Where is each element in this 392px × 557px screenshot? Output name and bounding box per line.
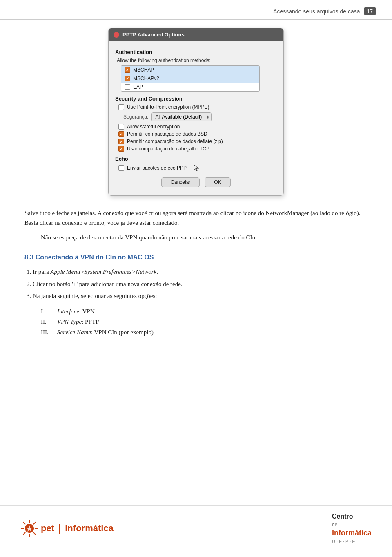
stateful-label: Allow stateful encryption — [127, 124, 180, 130]
paragraph-2-text: Não se esqueça de desconectar da VPN qua… — [41, 233, 257, 242]
main-content: Salve tudo e feche as janelas. A conexão… — [0, 208, 392, 338]
seguranca-label: Segurança: — [123, 114, 148, 120]
centro-emblem-icon — [307, 517, 329, 539]
dialog-titlebar: PPTP Advanced Options — [109, 28, 283, 41]
mschap-checkbox[interactable] — [125, 67, 130, 73]
mschapv2-checkbox[interactable] — [125, 76, 130, 81]
stateful-row: Allow stateful encryption — [118, 124, 277, 130]
auth-list-box: MSCHAP MSCHAPv2 EAP — [121, 65, 260, 92]
centro-label: Centro — [332, 512, 372, 521]
bsd-row: Permitir compactação de dados BSD — [118, 131, 277, 137]
sub-step-i-text: Interface: VPN — [57, 306, 95, 317]
dialog-area: PPTP Advanced Options Authentication All… — [16, 28, 376, 196]
roman-ii: II. — [41, 317, 53, 327]
seguranca-select-wrapper[interactable]: All Available (Default) — [151, 112, 212, 121]
mschap-label: MSCHAP — [133, 67, 154, 73]
deflate-row: Permitir compactação de dados deflate (z… — [118, 139, 277, 144]
page-footer: pet Informática Centro de Informática U … — [0, 505, 392, 545]
auth-heading: Authentication — [115, 49, 277, 55]
svg-line-8 — [23, 533, 25, 535]
pet-logo: pet Informática — [20, 519, 114, 537]
svg-line-7 — [34, 522, 36, 524]
informatica-label: Informática — [65, 523, 114, 533]
mppe-checkbox[interactable] — [118, 104, 124, 110]
pptp-dialog: PPTP Advanced Options Authentication All… — [108, 28, 284, 196]
dialog-buttons: Cancelar OK — [115, 177, 277, 187]
de-label: de — [332, 521, 372, 528]
roman-iii: III. — [41, 327, 53, 338]
paragraph-1-text: Salve tudo e feche as janelas. A conexão… — [24, 210, 361, 226]
step-3-text: Na janela seguinte, selecionar as seguin… — [33, 293, 157, 299]
page-number: 17 — [364, 7, 376, 15]
mppe-label: Use Point-to-Point encryption (MPPE) — [127, 104, 209, 110]
list-item-mschap[interactable]: MSCHAP — [121, 66, 259, 74]
echo-label: Enviar pacotes de eco PPP — [127, 165, 187, 171]
page-title: Acessando seus arquivos de casa — [273, 8, 360, 15]
tcp-checkbox[interactable] — [118, 146, 124, 152]
step-1: Ir para Apple Menu>System Preferences>Ne… — [33, 267, 368, 277]
ufpe-label: U · F · P · E — [332, 539, 372, 545]
tcp-label: Usar compactação de cabeçalho TCP — [127, 146, 209, 152]
close-icon[interactable] — [114, 32, 119, 38]
step-2: Clicar no botão '+' para adicionar uma n… — [33, 279, 368, 290]
security-heading: Security and Compression — [115, 96, 277, 102]
sub-steps-list: I. Interface: VPN II. VPN Type: PPTP III… — [41, 306, 368, 338]
ok-button[interactable]: OK — [205, 177, 230, 187]
steps-list: Ir para Apple Menu>System Preferences>Ne… — [33, 267, 368, 302]
sub-step-i: I. Interface: VPN — [41, 306, 368, 317]
deflate-checkbox[interactable] — [118, 139, 124, 144]
auth-subtitle: Allow the following authentication metho… — [115, 58, 277, 63]
pet-sun-icon — [20, 519, 38, 537]
deflate-label: Permitir compactação de dados deflate (z… — [127, 139, 223, 144]
step-2-text: Clicar no botão '+' para adicionar uma n… — [33, 281, 183, 287]
roman-i: I. — [41, 306, 53, 317]
sub-step-iii: III. Service Name: VPN CIn (por exemplo) — [41, 327, 368, 338]
list-item-mschapv2[interactable]: MSCHAPv2 — [121, 74, 259, 83]
mppe-row: Use Point-to-Point encryption (MPPE) — [118, 104, 277, 110]
eap-checkbox[interactable] — [125, 84, 130, 90]
mschapv2-label: MSCHAPv2 — [133, 76, 159, 81]
list-item-eap[interactable]: EAP — [121, 83, 259, 91]
paragraph-2: Não se esqueça de desconectar da VPN qua… — [24, 233, 368, 242]
centro-text-group: Centro de Informática U · F · P · E — [332, 512, 372, 545]
sub-step-ii-text: VPN Type: PPTP — [57, 317, 99, 327]
centro-logo: Centro de Informática U · F · P · E — [307, 512, 372, 545]
step-3: Na janela seguinte, selecionar as seguin… — [33, 291, 368, 302]
bsd-checkbox[interactable] — [118, 131, 124, 137]
sub-step-ii: II. VPN Type: PPTP — [41, 317, 368, 327]
cancel-button[interactable]: Cancelar — [161, 177, 200, 187]
svg-line-6 — [34, 533, 36, 535]
dialog-title: PPTP Advanced Options — [122, 31, 185, 38]
seguranca-select[interactable]: All Available (Default) — [151, 112, 212, 121]
pet-text-group: pet Informática — [41, 523, 114, 534]
bsd-label: Permitir compactação de dados BSD — [127, 131, 207, 137]
paragraph-1: Salve tudo e feche as janelas. A conexão… — [24, 208, 368, 228]
echo-row: Enviar pacotes de eco PPP — [118, 164, 277, 172]
cursor-icon — [193, 164, 200, 172]
dialog-body: Authentication Allow the following authe… — [109, 41, 283, 190]
stateful-checkbox[interactable] — [118, 124, 124, 130]
pet-label: pet Informática — [41, 523, 114, 533]
sub-step-iii-text: Service Name: VPN CIn (por exemplo) — [57, 327, 154, 338]
echo-checkbox[interactable] — [118, 165, 124, 171]
section-title: 8.3 Conectando à VPN do CIn no MAC OS — [24, 254, 368, 261]
eap-label: EAP — [133, 84, 143, 90]
page-header: Acessando seus arquivos de casa 17 — [0, 0, 392, 20]
svg-marker-0 — [194, 165, 198, 171]
pet-brand: pet — [41, 523, 54, 533]
informatica2-label: Informática — [332, 528, 372, 538]
echo-heading: Echo — [115, 156, 277, 162]
svg-line-5 — [23, 522, 25, 524]
tcp-row: Usar compactação de cabeçalho TCP — [118, 146, 277, 152]
pet-divider — [59, 524, 60, 534]
step-1-italic: Apple Menu>System Preferences>Network — [50, 268, 156, 275]
seguranca-row: Segurança: All Available (Default) — [123, 112, 277, 121]
